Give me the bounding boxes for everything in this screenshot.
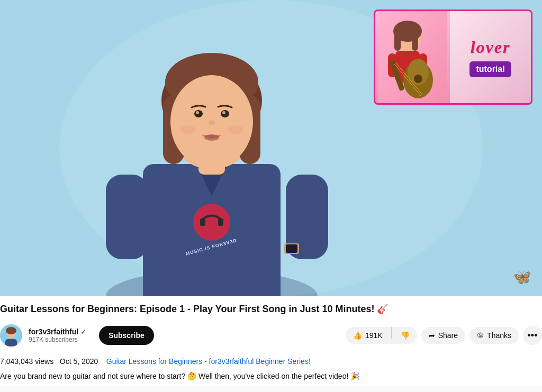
avatar-image [0,324,22,347]
channel-left: for3v3rfaithful ✓ 917K subscribers Subsc… [0,324,154,347]
thanks-button[interactable]: ⑤ Thanks [469,327,519,344]
dislike-icon: 👎 [401,331,410,340]
video-info: Guitar Lessons for Beginners: Episode 1 … [0,296,542,386]
share-label: Share [438,331,458,340]
end-card-person [375,11,450,103]
share-icon: ➦ [429,331,435,340]
svg-point-39 [414,75,422,83]
svg-point-44 [6,327,16,334]
svg-rect-31 [394,32,401,51]
dislike-button[interactable]: 👎 [393,327,417,344]
like-dislike-divider [391,327,392,339]
share-button[interactable]: ➦ Share [421,327,465,344]
subscriber-count: 917K subscribers [29,336,86,343]
channel-name-text: for3v3rfaithful [29,327,78,336]
butterfly-watermark: 🦋 [513,268,531,286]
video-container: MUSIC IS FOR3V3R 💕 [0,0,542,386]
end-card-person-svg [378,11,447,104]
video-stats-row: 7,043,043 views Oct 5, 2020 Guitar Lesso… [0,352,542,369]
publish-date: Oct 5, 2020 [60,357,98,366]
svg-rect-24 [218,218,223,226]
subscribe-button[interactable]: Subscribe [99,326,154,345]
like-dislike-group: 👍 191K 👎 [346,327,417,344]
channel-name[interactable]: for3v3rfaithful ✓ [29,327,86,336]
lover-text: lover [471,38,511,57]
thanks-icon: ⑤ [477,331,484,340]
video-thumbnail[interactable]: MUSIC IS FOR3V3R 💕 [0,0,542,296]
svg-rect-45 [5,339,17,347]
more-options-button[interactable]: ••• [523,326,542,345]
like-count: 191K [365,331,383,340]
svg-point-20 [180,125,195,134]
like-icon: 👍 [353,331,362,340]
thanks-label: Thanks [487,331,511,340]
svg-rect-27 [286,244,297,253]
svg-rect-5 [106,175,148,259]
more-icon: ••• [528,330,538,341]
svg-rect-32 [412,32,418,51]
video-description: Are you brand new to guitar and not sure… [0,371,542,382]
svg-point-17 [222,111,225,114]
channel-row: for3v3rfaithful ✓ 917K subscribers Subsc… [0,321,542,352]
like-button[interactable]: 👍 191K [346,327,390,344]
playlist-link[interactable]: Guitar Lessons for Beginners - for3v3rfa… [106,357,311,366]
svg-point-21 [228,125,243,134]
end-card-right-panel: lover tutorial [450,11,531,103]
svg-point-16 [196,111,199,114]
view-count: 7,043,043 views [0,357,53,366]
verified-badge: ✓ [80,328,86,336]
tutorial-badge: tutorial [469,61,511,77]
svg-rect-23 [200,218,205,226]
svg-point-18 [209,121,215,125]
svg-point-22 [193,204,230,241]
action-buttons: 👍 191K 👎 ➦ Share ⑤ Thanks [346,326,542,345]
svg-point-19 [204,134,219,141]
end-card[interactable]: 💕 [374,10,532,105]
views-date: 7,043,043 views Oct 5, 2020 [0,357,100,366]
channel-avatar[interactable] [0,324,22,347]
channel-info: for3v3rfaithful ✓ 917K subscribers [29,327,86,343]
video-title: Guitar Lessons for Beginners: Episode 1 … [0,303,542,321]
